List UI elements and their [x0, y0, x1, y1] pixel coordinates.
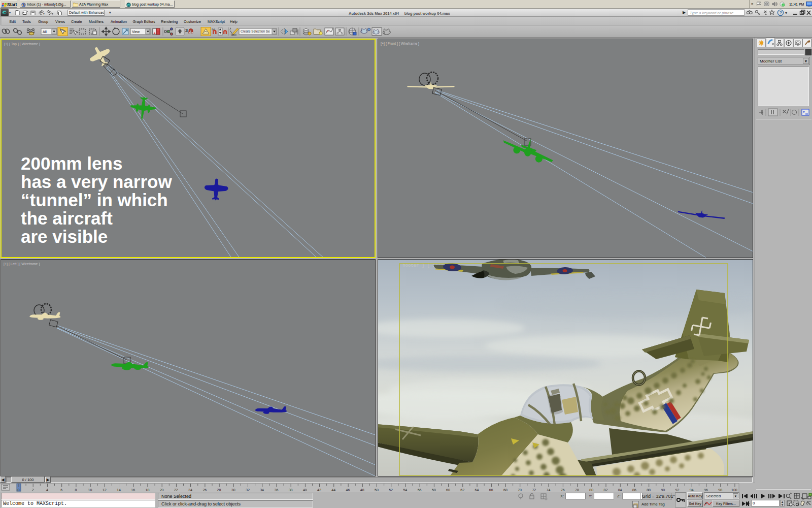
svg-text:32: 32: [246, 488, 250, 492]
svg-text:54: 54: [403, 488, 407, 492]
svg-text:▾: ▾: [52, 12, 53, 15]
svg-text:12: 12: [103, 488, 107, 492]
svg-text:74: 74: [547, 488, 551, 492]
svg-text:42: 42: [317, 488, 321, 492]
svg-text:0: 0: [18, 488, 20, 492]
svg-text:78: 78: [575, 488, 579, 492]
svg-text:Create Selection Se: Create Selection Se: [241, 29, 270, 33]
svg-text:46: 46: [346, 488, 350, 492]
svg-text:24: 24: [188, 488, 192, 492]
svg-text:62: 62: [460, 488, 464, 492]
svg-text:94: 94: [690, 488, 694, 492]
svg-text:2: 2: [32, 488, 34, 492]
svg-text:40: 40: [303, 488, 307, 492]
svg-text:70: 70: [518, 488, 522, 492]
svg-text:6: 6: [60, 488, 62, 492]
svg-text:58: 58: [432, 488, 436, 492]
svg-text:16: 16: [131, 488, 135, 492]
svg-text:66: 66: [489, 488, 493, 492]
svg-text:?: ?: [779, 10, 782, 15]
svg-text:64: 64: [475, 488, 479, 492]
svg-text:50: 50: [375, 488, 379, 492]
svg-text:All: All: [43, 30, 47, 34]
svg-text:18: 18: [146, 488, 150, 492]
svg-text:[+] [ Front ] [ Wireframe ]: [+] [ Front ] [ Wireframe ]: [381, 42, 419, 46]
svg-text:72: 72: [532, 488, 536, 492]
svg-text:28: 28: [217, 488, 221, 492]
svg-text:200mm lens: 200mm lens: [21, 153, 122, 173]
svg-text:View: View: [132, 30, 140, 34]
svg-text:48: 48: [360, 488, 364, 492]
svg-text:are visible: are visible: [21, 227, 108, 246]
svg-text:20: 20: [160, 488, 164, 492]
svg-text:▾: ▾: [43, 12, 45, 15]
svg-text:34: 34: [260, 488, 264, 492]
svg-text:36: 36: [275, 488, 279, 492]
svg-text:68: 68: [503, 488, 507, 492]
svg-text:88: 88: [647, 488, 651, 492]
svg-text:38: 38: [289, 488, 293, 492]
svg-text:52: 52: [389, 488, 393, 492]
svg-text:96: 96: [704, 488, 708, 492]
svg-text:30: 30: [231, 488, 235, 492]
svg-text:26: 26: [202, 488, 207, 492]
svg-text:98: 98: [718, 488, 722, 492]
svg-text:60: 60: [446, 488, 450, 492]
svg-text:8: 8: [75, 488, 77, 492]
svg-text:▾: ▾: [785, 11, 787, 15]
svg-text:86: 86: [632, 488, 636, 492]
svg-text:56: 56: [418, 488, 422, 492]
svg-text:has a very narrow: has a very narrow: [21, 172, 172, 192]
svg-text:100: 100: [731, 488, 737, 492]
svg-text:10: 10: [88, 488, 92, 492]
svg-text:92: 92: [675, 488, 680, 492]
svg-text:4: 4: [46, 488, 48, 492]
svg-text:[+] [ Left ] [ Wireframe ]: [+] [ Left ] [ Wireframe ]: [4, 262, 40, 266]
svg-text:76: 76: [561, 488, 565, 492]
svg-text:[+] [ Top ] [ Wireframe ]: [+] [ Top ] [ Wireframe ]: [4, 42, 40, 46]
svg-text:80: 80: [589, 488, 593, 492]
svg-text:22: 22: [174, 488, 178, 492]
svg-text:the aircraft: the aircraft: [21, 208, 113, 228]
svg-text:3: 3: [185, 28, 188, 33]
svg-text:82: 82: [604, 488, 608, 492]
svg-text:14: 14: [117, 488, 121, 492]
svg-text:84: 84: [618, 488, 622, 492]
svg-text:90: 90: [661, 488, 665, 492]
svg-text:ABC: ABC: [231, 34, 237, 37]
svg-text:44: 44: [331, 488, 335, 492]
svg-text:“tunnel” in which: “tunnel” in which: [21, 190, 168, 210]
